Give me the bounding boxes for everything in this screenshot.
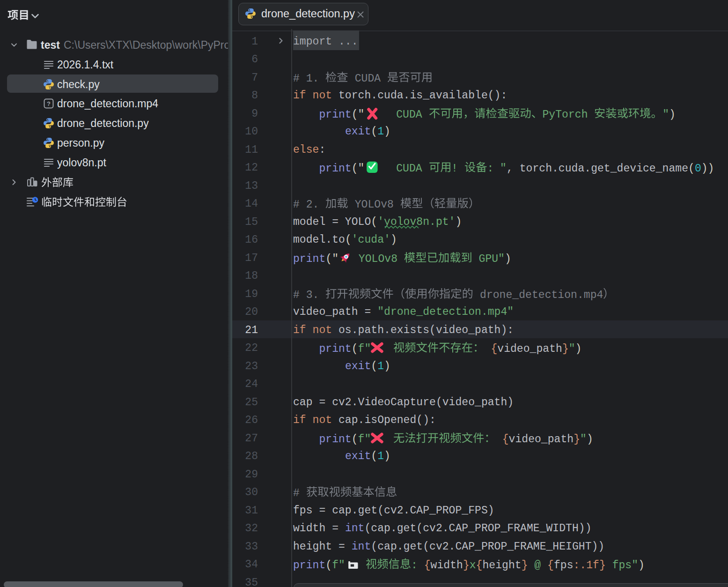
svg-text:?: ? xyxy=(47,100,51,107)
